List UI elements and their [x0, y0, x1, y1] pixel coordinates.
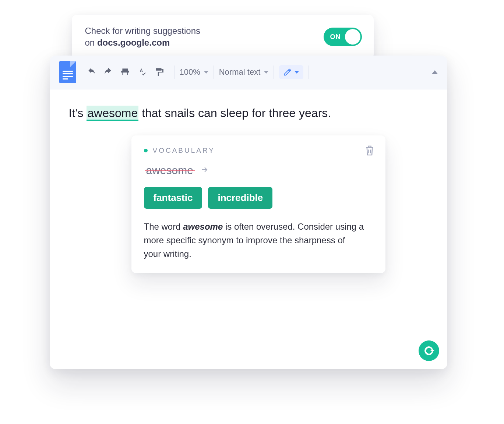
extension-toggle-card: Check for writing suggestions on docs.go…	[72, 15, 374, 59]
trash-icon	[364, 144, 375, 157]
grammarly-icon	[423, 344, 435, 357]
google-docs-icon[interactable]	[59, 61, 76, 83]
suggestion-category: VOCABULARY	[153, 146, 215, 155]
docs-window: 100% Normal text It's awesome that snail…	[50, 56, 447, 369]
spellcheck-button[interactable]	[137, 67, 147, 77]
text-after: that snails can sleep for three years.	[138, 106, 331, 120]
toolbar-divider	[309, 66, 309, 79]
paragraph-style-dropdown[interactable]: Normal text	[219, 67, 268, 77]
chevron-down-icon	[295, 71, 299, 74]
document-body[interactable]: It's awesome that snails can sleep for t…	[50, 89, 447, 369]
zoom-dropdown[interactable]: 100%	[180, 67, 208, 77]
chevron-down-icon	[204, 71, 208, 74]
category-dot-icon	[144, 149, 148, 152]
text-before: It's	[69, 106, 87, 120]
explanation-keyword: awesome	[183, 222, 223, 232]
collapse-toolbar-button[interactable]	[432, 70, 438, 74]
toolbar-divider	[214, 66, 214, 79]
suggestion-explanation: The word awesome is often overused. Cons…	[144, 220, 365, 261]
docs-toolbar: 100% Normal text	[50, 56, 447, 89]
extension-prefix: Check for writing suggestions	[85, 26, 200, 36]
document-text-line[interactable]: It's awesome that snails can sleep for t…	[69, 105, 428, 121]
toggle-knob	[345, 29, 360, 45]
undo-button[interactable]	[87, 67, 96, 77]
redo-button[interactable]	[103, 67, 113, 77]
print-button[interactable]	[120, 67, 130, 77]
extension-toggle-label: Check for writing suggestions on docs.go…	[85, 25, 200, 49]
extension-toggle[interactable]: ON	[324, 28, 362, 46]
extension-domain: docs.google.com	[97, 38, 170, 47]
replacement-chips: fantastic incredible	[144, 187, 373, 209]
chevron-down-icon	[264, 71, 268, 74]
toolbar-divider	[174, 66, 175, 79]
style-value: Normal text	[219, 67, 260, 77]
replacement-chip[interactable]: fantastic	[144, 187, 202, 209]
grammarly-badge[interactable]	[419, 340, 439, 361]
replacement-chip[interactable]: incredible	[208, 187, 272, 209]
toggle-label: ON	[330, 33, 341, 41]
paint-format-button[interactable]	[154, 67, 164, 77]
original-word: awesome	[146, 164, 193, 177]
zoom-value: 100%	[180, 67, 200, 77]
editing-mode-dropdown[interactable]	[279, 65, 303, 79]
extension-on-word: on	[85, 38, 95, 47]
dismiss-suggestion-button[interactable]	[364, 144, 375, 158]
pencil-icon	[283, 68, 292, 76]
arrow-right-icon	[200, 165, 209, 176]
highlighted-word[interactable]: awesome	[87, 106, 138, 121]
suggestion-card: VOCABULARY awesome fantastic incredible	[131, 135, 385, 273]
toolbar-divider	[274, 66, 274, 79]
